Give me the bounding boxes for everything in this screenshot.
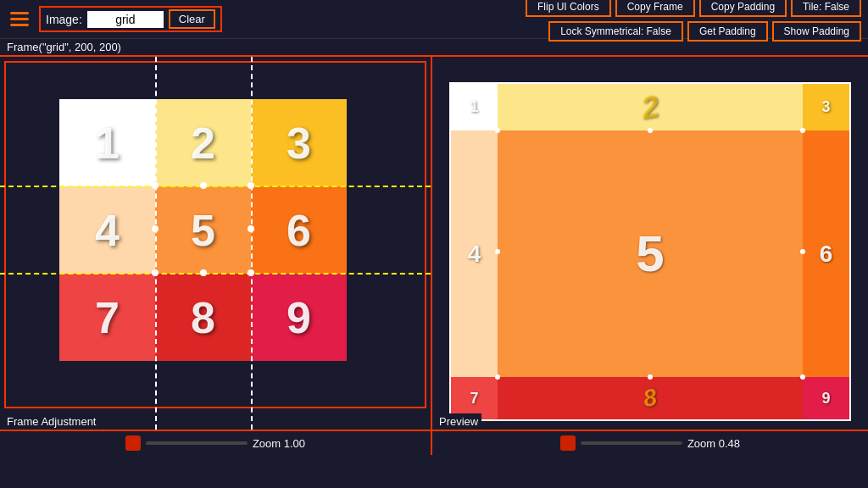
frame-info-text: Frame("grid", 200, 200)	[7, 41, 121, 53]
cell-6: 6	[251, 186, 347, 274]
guide-v2	[251, 57, 253, 430]
bottom-right: Zoom 0.48	[432, 431, 868, 455]
tile-button[interactable]: Tile: False	[791, 0, 861, 17]
preview-row-2: 4 5 6	[451, 130, 849, 377]
header-left: Image: Clear	[7, 6, 222, 32]
right-zoom-dot[interactable]	[560, 435, 576, 451]
header-right: Flip UI Colors Copy Frame Copy Padding T…	[505, 0, 861, 42]
copy-frame-button[interactable]: Copy Frame	[615, 0, 695, 17]
copy-padding-button[interactable]: Copy Padding	[699, 0, 787, 17]
bottom-left: Zoom 1.00	[0, 431, 432, 455]
preview-cell-1: 1	[451, 84, 498, 130]
handle-br[interactable]	[248, 269, 254, 276]
preview-row-3: 7 8 9	[451, 377, 849, 419]
preview-cell-5: 5	[498, 130, 803, 377]
grid-row-3: 7 8 9	[59, 274, 348, 361]
grid-image-container: 1 2 3 4 5 6 7 8 9	[59, 99, 348, 362]
cell-9: 9	[251, 274, 347, 361]
preview-handle-top[interactable]	[648, 128, 653, 133]
guide-h2	[0, 273, 431, 274]
lock-sym-button[interactable]: Lock Symmetrical: False	[548, 21, 683, 42]
preview-cell-4: 4	[451, 130, 498, 377]
get-padding-button[interactable]: Get Padding	[687, 21, 768, 42]
preview-handle-right[interactable]	[800, 249, 805, 254]
cell-3: 3	[251, 99, 347, 186]
image-label: Image:	[46, 13, 82, 26]
bottom-bars: Zoom 1.00 Zoom 0.48	[0, 430, 868, 455]
image-input[interactable]	[87, 11, 164, 28]
preview-row-1: 1 2 3	[451, 84, 849, 130]
clear-button[interactable]: Clear	[169, 9, 215, 29]
preview-cell-9: 9	[803, 377, 849, 419]
header: Image: Clear Flip UI Colors Copy Frame C…	[0, 0, 868, 39]
left-zoom-container: Zoom 1.00	[125, 435, 305, 451]
cell-4: 4	[59, 186, 155, 274]
preview-cell-3: 3	[803, 84, 849, 130]
handle-tr[interactable]	[248, 182, 254, 189]
preview-handle-tr[interactable]	[800, 128, 805, 133]
left-panel: 1 2 3 4 5 6 7 8 9	[0, 57, 432, 430]
cell-2: 2	[155, 99, 251, 186]
image-input-group: Image: Clear	[39, 6, 222, 32]
right-zoom-container: Zoom 0.48	[560, 435, 740, 451]
cell-8: 8	[155, 274, 251, 361]
preview-cell-2: 2	[498, 84, 803, 130]
frame-adjustment-label: Frame Adjustment	[3, 413, 100, 430]
right-zoom-track[interactable]	[581, 441, 682, 445]
left-zoom-track[interactable]	[146, 441, 248, 445]
preview-label: Preview	[436, 413, 481, 430]
main-area: 1 2 3 4 5 6 7 8 9	[0, 55, 868, 430]
handle-bot-mid[interactable]	[200, 269, 207, 276]
handle-bl[interactable]	[152, 269, 159, 276]
handle-right-mid[interactable]	[248, 225, 254, 232]
swirl-8: 8	[642, 384, 659, 413]
preview-grid: 1 2 3 4 5 6 7 8 9	[451, 84, 849, 419]
flip-ui-button[interactable]: Flip UI Colors	[526, 0, 611, 17]
preview-cell-6: 6	[803, 130, 849, 377]
grid-row-2: 4 5 6	[59, 186, 348, 274]
handle-tl[interactable]	[152, 182, 159, 189]
handle-left-mid[interactable]	[152, 225, 159, 232]
preview-handle-br[interactable]	[800, 374, 805, 380]
guide-h1	[0, 186, 431, 187]
cell-5: 5	[155, 186, 251, 274]
hamburger-icon[interactable]	[7, 8, 32, 30]
cell-7: 7	[59, 274, 155, 361]
left-zoom-dot[interactable]	[125, 435, 141, 451]
show-padding-button[interactable]: Show Padding	[772, 21, 861, 42]
grid-row-1: 1 2 3	[59, 99, 348, 186]
preview-cell-8: 8	[498, 377, 803, 419]
guide-v1	[155, 57, 157, 430]
cell-1: 1	[59, 99, 155, 186]
preview-handle-left[interactable]	[495, 249, 500, 254]
handle-top-mid[interactable]	[200, 182, 207, 189]
preview-handle-bl[interactable]	[495, 374, 500, 380]
right-panel: 1 2 3 4 5 6 7 8 9	[432, 57, 868, 430]
preview-handle-tl[interactable]	[495, 128, 500, 133]
preview-container: 1 2 3 4 5 6 7 8 9	[449, 82, 851, 421]
swirl-2: 2	[638, 88, 661, 126]
preview-handle-bottom[interactable]	[648, 374, 653, 380]
left-zoom-text: Zoom 1.00	[253, 437, 305, 450]
right-zoom-text: Zoom 0.48	[687, 437, 740, 450]
